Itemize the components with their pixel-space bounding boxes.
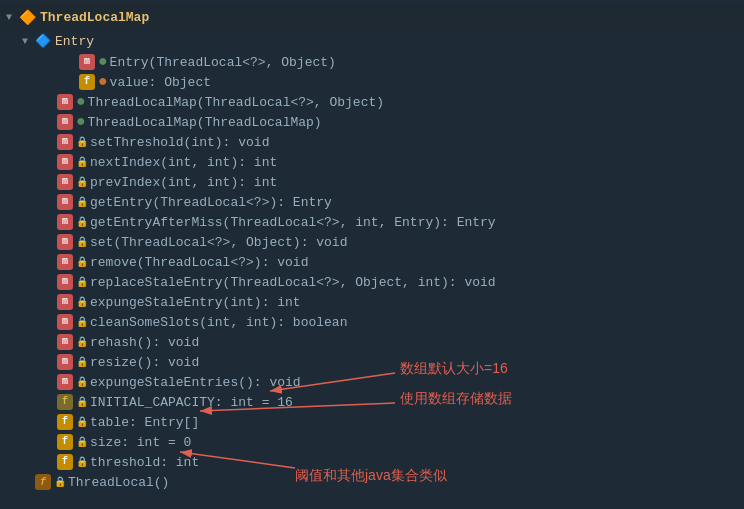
tree-items-list: m ● Entry(ThreadLocal<?>, Object) f ● va… (0, 52, 744, 492)
lock-icon: 🔒 (76, 256, 88, 268)
entry-header[interactable]: ▼ 🔷 Entry (0, 30, 744, 52)
tree-item[interactable]: m 🔒 getEntry(ThreadLocal<?>): Entry (0, 192, 744, 212)
entry-label: Entry (55, 34, 94, 49)
item-text: nextIndex(int, int): int (90, 155, 277, 170)
badge-m: m (57, 254, 73, 270)
header-row: ▼ 🔶 ThreadLocalMap (0, 4, 744, 30)
badge-m: m (57, 94, 73, 110)
item-text: ThreadLocalMap(ThreadLocal<?>, Object) (88, 95, 384, 110)
lock-icon: 🔒 (76, 316, 88, 328)
badge-m: m (57, 154, 73, 170)
item-text: cleanSomeSlots(int, int): boolean (90, 315, 347, 330)
item-text: set(ThreadLocal<?>, Object): void (90, 235, 347, 250)
item-text: table: Entry[] (90, 415, 199, 430)
tree-item[interactable]: m 🔒 getEntryAfterMiss(ThreadLocal<?>, in… (0, 212, 744, 232)
lock-icon: 🔒 (76, 416, 88, 428)
item-text: ThreadLocal() (68, 475, 169, 490)
lock-icon: 🔒 (76, 296, 88, 308)
item-text: replaceStaleEntry(ThreadLocal<?>, Object… (90, 275, 496, 290)
tree-item[interactable]: f ● value: Object (0, 72, 744, 92)
tree-item-initial-capacity[interactable]: f 🔒 INITIAL_CAPACITY: int = 16 (0, 392, 744, 412)
badge-m: m (79, 54, 95, 70)
tree-item[interactable]: m 🔒 resize(): void (0, 352, 744, 372)
entry-arrow: ▼ (22, 36, 32, 47)
badge-m: m (57, 114, 73, 130)
badge-m: m (57, 354, 73, 370)
item-text: setThreshold(int): void (90, 135, 269, 150)
item-text: expungeStaleEntries(): void (90, 375, 301, 390)
tree-item[interactable]: m ● ThreadLocalMap(ThreadLocalMap) (0, 112, 744, 132)
tree-item[interactable]: m 🔒 remove(ThreadLocal<?>): void (0, 252, 744, 272)
lock-icon: 🔒 (76, 356, 88, 368)
badge-f: f (57, 414, 73, 430)
lock-icon: 🔒 (76, 196, 88, 208)
tree-item[interactable]: m 🔒 setThreshold(int): void (0, 132, 744, 152)
tree-item[interactable]: m 🔒 replaceStaleEntry(ThreadLocal<?>, Ob… (0, 272, 744, 292)
badge-f: f (57, 454, 73, 470)
dot-green: ● (76, 114, 86, 130)
lock-icon: 🔒 (76, 216, 88, 228)
lock-icon: 🔒 (76, 396, 88, 408)
entry-icon: 🔷 (35, 33, 51, 49)
item-text: prevIndex(int, int): int (90, 175, 277, 190)
item-text: getEntry(ThreadLocal<?>): Entry (90, 195, 332, 210)
lock-icon: 🔒 (76, 276, 88, 288)
tree-item[interactable]: m 🔒 nextIndex(int, int): int (0, 152, 744, 172)
dot-green: ● (76, 94, 86, 110)
badge-m: m (57, 294, 73, 310)
tree-container: ▼ 🔶 ThreadLocalMap ▼ 🔷 Entry m ● Entry(T… (0, 0, 744, 509)
item-text: getEntryAfterMiss(ThreadLocal<?>, int, E… (90, 215, 496, 230)
header-arrow[interactable]: ▼ (6, 12, 16, 23)
item-text: expungeStaleEntry(int): int (90, 295, 301, 310)
lock-icon: 🔒 (76, 176, 88, 188)
lock-icon: 🔒 (76, 136, 88, 148)
tree-item[interactable]: m 🔒 cleanSomeSlots(int, int): boolean (0, 312, 744, 332)
lock-icon: 🔒 (76, 336, 88, 348)
badge-f: f (57, 434, 73, 450)
badge-tl: f (35, 474, 51, 490)
tree-item[interactable]: m 🔒 expungeStaleEntries(): void (0, 372, 744, 392)
lock-icon: 🔒 (54, 476, 66, 488)
badge-m: m (57, 274, 73, 290)
header-icon: 🔶 (19, 9, 36, 26)
item-text: INITIAL_CAPACITY: int = 16 (90, 395, 293, 410)
tree-item[interactable]: m 🔒 prevIndex(int, int): int (0, 172, 744, 192)
item-text: remove(ThreadLocal<?>): void (90, 255, 308, 270)
lock-icon: 🔒 (76, 456, 88, 468)
dot-green: ● (98, 54, 108, 70)
tree-item[interactable]: m 🔒 expungeStaleEntry(int): int (0, 292, 744, 312)
lock-icon: 🔒 (76, 156, 88, 168)
dot-orange: ● (98, 74, 108, 90)
badge-m: m (57, 214, 73, 230)
tree-item-threadlocal[interactable]: f 🔒 ThreadLocal() (0, 472, 744, 492)
badge-m: m (57, 314, 73, 330)
badge-m: m (57, 374, 73, 390)
badge-m: m (57, 334, 73, 350)
lock-icon: 🔒 (76, 376, 88, 388)
lock-icon: 🔒 (76, 436, 88, 448)
badge-m: m (57, 134, 73, 150)
lock-icon: 🔒 (76, 236, 88, 248)
item-text: rehash(): void (90, 335, 199, 350)
tree-item[interactable]: m 🔒 rehash(): void (0, 332, 744, 352)
header-title: ThreadLocalMap (40, 10, 149, 25)
item-text: ThreadLocalMap(ThreadLocalMap) (88, 115, 322, 130)
tree-item[interactable]: m ● ThreadLocalMap(ThreadLocal<?>, Objec… (0, 92, 744, 112)
item-text: resize(): void (90, 355, 199, 370)
badge-m: m (57, 234, 73, 250)
item-text: value: Object (110, 75, 211, 90)
item-text: size: int = 0 (90, 435, 191, 450)
item-text: threshold: int (90, 455, 199, 470)
tree-item[interactable]: m 🔒 set(ThreadLocal<?>, Object): void (0, 232, 744, 252)
item-text: Entry(ThreadLocal<?>, Object) (110, 55, 336, 70)
tree-item[interactable]: f 🔒 size: int = 0 (0, 432, 744, 452)
tree-item[interactable]: m ● Entry(ThreadLocal<?>, Object) (0, 52, 744, 72)
tree-item-threshold[interactable]: f 🔒 threshold: int (0, 452, 744, 472)
badge-f: f (79, 74, 95, 90)
badge-m: m (57, 194, 73, 210)
badge-fi: f (57, 394, 73, 410)
badge-m: m (57, 174, 73, 190)
tree-item-table[interactable]: f 🔒 table: Entry[] (0, 412, 744, 432)
